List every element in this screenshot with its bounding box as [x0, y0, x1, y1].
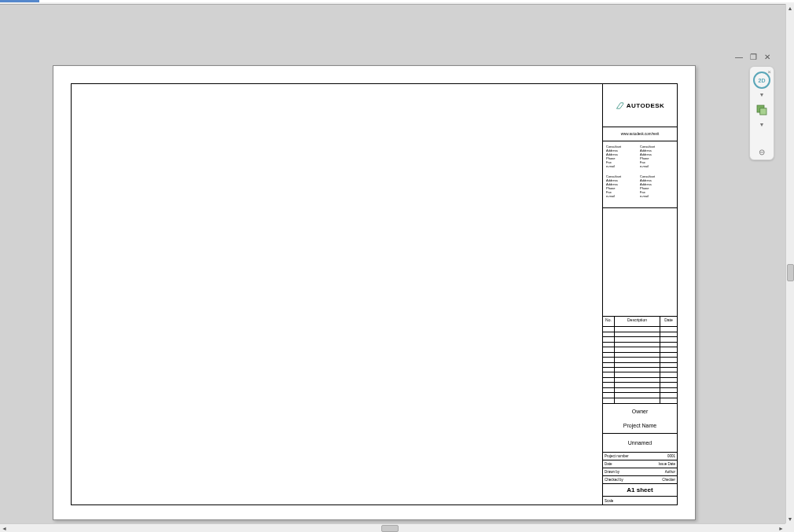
- logo-text: AUTODESK: [627, 102, 665, 109]
- rev-desc-col: [614, 322, 660, 403]
- scroll-right-icon[interactable]: ►: [777, 524, 785, 533]
- kv-label: Checked by: [605, 478, 623, 482]
- restore-button[interactable]: ❐: [748, 52, 759, 61]
- kv-value: Checker: [662, 478, 675, 482]
- horizontal-scrollbar[interactable]: ◄ ►: [0, 523, 785, 532]
- sheet-number-text: A1 sheet: [627, 486, 652, 493]
- autodesk-logo-icon: [616, 101, 624, 110]
- drawn-by-row: Drawn byAuthor: [603, 468, 677, 476]
- h-scroll-thumb[interactable]: [381, 525, 399, 532]
- rev-no-col: [603, 322, 614, 403]
- close-button[interactable]: ✕: [762, 52, 773, 61]
- minimize-button[interactable]: —: [733, 52, 744, 61]
- top-strip: [0, 0, 794, 2]
- vertical-scrollbar[interactable]: ▲ ▼: [785, 4, 794, 523]
- rev-date-header: Date: [660, 316, 677, 322]
- consultants-section: ConsultantAddressAddressPhoneFaxe-mail C…: [603, 141, 677, 208]
- nav-mode-label: 2D: [759, 78, 766, 83]
- nav-collapse-icon[interactable]: ⊖: [759, 148, 765, 156]
- sheet-number-field: A1 sheet: [603, 484, 677, 497]
- v-scroll-track[interactable]: [786, 13, 795, 515]
- view-cube-2d[interactable]: 2D: [752, 70, 772, 90]
- scroll-down-icon[interactable]: ▼: [786, 515, 795, 523]
- project-name-field: Project Name: [603, 418, 677, 434]
- revision-header: No. Description Date: [603, 316, 677, 322]
- consultant-block: ConsultantAddressAddressPhoneFaxe-mail: [606, 145, 640, 171]
- checked-by-row: Checked byChecker: [603, 476, 677, 484]
- view-name-field: Unnamed: [603, 434, 677, 453]
- scale-row: Scale: [603, 497, 677, 504]
- kv-label: Drawn by: [605, 470, 619, 474]
- drawing-canvas[interactable]: — ❐ ✕ × 2D ▼ ▼ ⊖ AUTODESK: [0, 20, 785, 523]
- url-text: www.autodesk.com/revit: [621, 132, 660, 136]
- active-tab-indicator: [0, 0, 39, 2]
- title-block: AUTODESK www.autodesk.com/revit Consulta…: [602, 84, 677, 504]
- kv-label: Project number: [605, 454, 629, 458]
- rev-no-header: No.: [603, 316, 614, 322]
- drawing-sheet: AUTODESK www.autodesk.com/revit Consulta…: [53, 65, 696, 520]
- revision-schedule: [603, 322, 677, 404]
- scroll-left-icon[interactable]: ◄: [0, 524, 9, 533]
- nav-dropdown-2[interactable]: ▼: [759, 122, 765, 128]
- steering-wheel-button[interactable]: [752, 100, 772, 120]
- viewport: — ❐ ✕ × 2D ▼ ▼ ⊖ AUTODESK: [0, 4, 785, 523]
- window-controls: — ❐ ✕: [733, 52, 773, 61]
- scale-label: Scale: [605, 499, 613, 503]
- owner-field: Owner: [603, 404, 677, 418]
- kv-value: 0001: [667, 454, 675, 458]
- date-row: DateIssue Date: [603, 460, 677, 468]
- consultant-block: ConsultantAddressAddressPhoneFaxe-mail: [640, 174, 674, 201]
- v-scroll-thumb[interactable]: [787, 264, 794, 281]
- spacer: [603, 208, 677, 316]
- scroll-up-icon[interactable]: ▲: [786, 4, 795, 13]
- scroll-corner: [785, 523, 794, 532]
- navigation-bar: × 2D ▼ ▼ ⊖: [749, 66, 774, 160]
- kv-label: Date: [605, 462, 612, 466]
- kv-value: Author: [665, 470, 675, 474]
- sheet-border: AUTODESK www.autodesk.com/revit Consulta…: [71, 83, 678, 505]
- consultant-block: ConsultantAddressAddressPhoneFaxe-mail: [606, 174, 640, 201]
- svg-rect-1: [760, 108, 766, 115]
- steering-wheel-icon: [755, 103, 769, 117]
- consultant-block: ConsultantAddressAddressPhoneFaxe-mail: [640, 145, 674, 171]
- kv-value: Issue Date: [658, 462, 675, 466]
- nav-dropdown-1[interactable]: ▼: [759, 92, 765, 98]
- rev-date-col: [660, 322, 677, 403]
- logo-section: AUTODESK: [603, 84, 677, 127]
- url-section: www.autodesk.com/revit: [603, 127, 677, 141]
- rev-desc-header: Description: [614, 316, 660, 322]
- cube-2d-icon: 2D: [753, 72, 770, 89]
- project-number-row: Project number0001: [603, 453, 677, 460]
- h-scroll-track[interactable]: [9, 524, 777, 533]
